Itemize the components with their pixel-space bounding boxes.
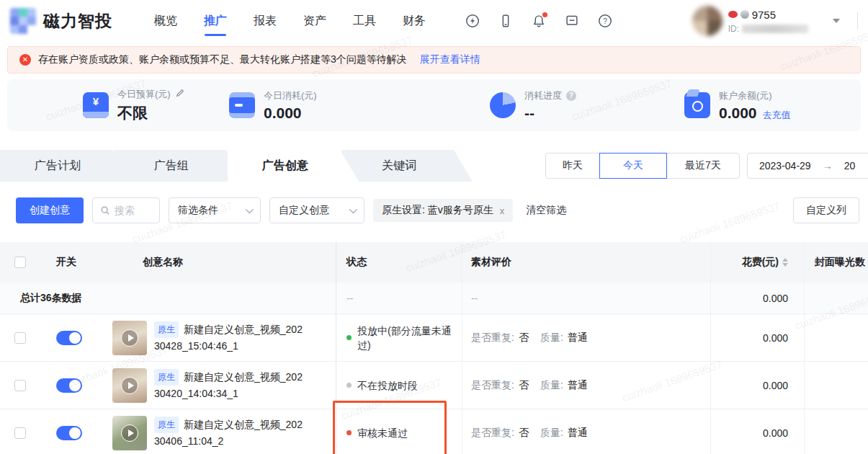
date-range-start: 2023-04-29	[759, 160, 811, 172]
progress-pie-icon	[490, 92, 516, 118]
help-icon[interactable]: ?	[597, 13, 613, 29]
row-switch-toggle[interactable]	[56, 331, 82, 345]
recharge-link[interactable]: 去充值	[763, 109, 791, 122]
stat-progress: 消耗进度 --	[490, 89, 684, 122]
stat-budget: 今日预算(元) 不限	[83, 88, 229, 123]
creative-thumbnail[interactable]	[112, 321, 147, 355]
quality-label: 质量:	[540, 379, 563, 392]
row-checkbox[interactable]	[14, 380, 26, 391]
nav-item-overview[interactable]: 概览	[154, 0, 177, 42]
row-checkbox[interactable]	[14, 427, 26, 439]
user-avatar[interactable]	[692, 6, 722, 36]
quality-value: 普通	[568, 379, 588, 392]
table-row: 原生新建自定义创意_视频_20230428_15:04:46_1 投放中(部分流…	[0, 314, 868, 362]
custom-creative-dropdown[interactable]: 自定义创意	[269, 197, 364, 223]
row-checkbox[interactable]	[14, 332, 26, 344]
user-meta[interactable]: 9755 ID:	[728, 9, 808, 34]
topnav-right: ? 9755 ID:	[447, 6, 858, 36]
header-creative-name: 创意名称	[143, 256, 183, 269]
search-icon	[100, 205, 110, 215]
filter-tag-close-icon[interactable]: x	[500, 205, 505, 216]
budget-value: 不限	[117, 103, 185, 123]
creative-name: 原生新建自定义创意_视频_20230428_15:04:46_1	[154, 322, 307, 354]
quality-value: 普通	[568, 331, 588, 344]
device-icon[interactable]	[498, 13, 514, 29]
nav-item-tools[interactable]: 工具	[353, 0, 376, 42]
summary-status: --	[336, 282, 462, 313]
brand-name: 磁力智投	[43, 10, 112, 32]
nav-item-assets[interactable]: 资产	[303, 0, 326, 42]
notification-dot	[542, 12, 547, 17]
cost-value: 0.000	[710, 314, 804, 361]
quality-label: 质量:	[540, 331, 563, 344]
tabs-row: 广告计划 广告组 广告创意 关键词 昨天 今天 最近7天 2023-04-29 …	[0, 150, 868, 182]
brand-logo-icon	[10, 8, 36, 34]
tab-ad-plan[interactable]: 广告计划	[0, 150, 131, 182]
feedback-icon[interactable]	[564, 13, 580, 29]
table-row: 原生新建自定义创意_视频_20230406_11:04_2 审核未通过 是否重复…	[0, 409, 868, 454]
nav-item-reports[interactable]: 报表	[254, 0, 277, 42]
cost-value: 0.000	[710, 409, 804, 454]
svg-text:?: ?	[603, 17, 607, 25]
alert-expand-link[interactable]: 展开查看详情	[420, 53, 480, 66]
cost-sort-icon[interactable]	[782, 258, 788, 267]
progress-help-icon[interactable]	[566, 91, 576, 101]
date-yesterday-button[interactable]: 昨天	[545, 153, 600, 179]
creative-thumbnail[interactable]	[112, 368, 147, 403]
creative-name: 原生新建自定义创意_视频_20230406_11:04_2	[154, 417, 307, 449]
status-text: 投放中(部分流量未通过)	[357, 324, 452, 352]
create-creative-button[interactable]: 创建创意	[16, 197, 84, 223]
spend-card-icon	[229, 92, 255, 118]
chevron-down-icon	[349, 205, 357, 213]
quality-value: 普通	[568, 427, 588, 440]
filter-conditions-dropdown[interactable]: 筛选条件	[169, 197, 261, 223]
user-id-label: ID:	[728, 24, 739, 34]
bell-icon[interactable]	[531, 13, 547, 29]
date-today-button[interactable]: 今天	[599, 153, 667, 179]
progress-value: --	[524, 104, 576, 122]
toolbar: 创建创意 筛选条件 自定义创意 原生设置: 蓝v服务号原生 x 清空筛选 自定义…	[0, 182, 868, 223]
date-last7-button[interactable]: 最近7天	[666, 153, 740, 179]
date-range-arrow-icon: →	[823, 160, 833, 172]
user-emoji-icon	[728, 11, 738, 18]
tab-keywords[interactable]: 关键词	[341, 150, 473, 182]
spend-value: 0.000	[264, 104, 317, 122]
header-cover-exposure: 封面曝光数	[815, 256, 865, 269]
top-navigation: 磁力智投 概览 推广 报表 资产 工具 财务 ?	[0, 0, 868, 42]
date-range-end: 20	[844, 160, 856, 172]
row-switch-toggle[interactable]	[56, 378, 82, 393]
alert-banner: 存在账户资质或政策、账户余额或预算不足、最大转化账户搭建等3个问题等待解决 展开…	[7, 46, 861, 74]
repeat-label: 是否重复:	[471, 379, 514, 392]
balance-wallet-icon	[684, 92, 710, 118]
clear-filters-link[interactable]: 清空筛选	[526, 204, 566, 217]
main-nav: 概览 推广 报表 资产 工具 财务	[154, 0, 426, 42]
tab-ad-group[interactable]: 广告组	[114, 150, 245, 182]
user-dropdown-caret-icon[interactable]	[833, 19, 840, 23]
date-range-picker[interactable]: 2023-04-29 → 20	[747, 153, 868, 179]
app-root: 磁力智投 概览 推广 报表 资产 工具 财务 ?	[0, 0, 868, 454]
repeat-value: 否	[519, 331, 529, 344]
repeat-value: 否	[519, 379, 529, 392]
nav-item-finance[interactable]: 财务	[403, 0, 426, 42]
topnav-divider	[857, 12, 858, 30]
repeat-label: 是否重复:	[471, 427, 514, 440]
header-cost: 花费(元)	[742, 256, 779, 269]
custom-creative-label: 自定义创意	[279, 204, 329, 217]
balance-value: 0.000	[719, 104, 757, 122]
creatives-table: 开关 创意名称 状态 素材评价 花费(元) 封面曝光数 总计36条数据 -- -…	[0, 242, 868, 454]
native-tag: 原生	[154, 369, 179, 386]
nav-item-promotion[interactable]: 推广	[204, 0, 227, 42]
search-box[interactable]	[92, 197, 160, 223]
entity-tabs: 广告计划 广告组 广告创意 关键词	[0, 150, 473, 182]
custom-columns-button[interactable]: 自定义列	[793, 197, 859, 223]
creative-thumbnail[interactable]	[112, 416, 147, 450]
edit-budget-icon[interactable]	[175, 88, 185, 100]
speed-icon[interactable]	[465, 13, 480, 29]
search-input[interactable]	[115, 205, 152, 216]
total-count: 总计36条数据	[0, 282, 336, 313]
filter-tag-chip: 原生设置: 蓝v服务号原生 x	[373, 199, 513, 222]
row-switch-toggle[interactable]	[56, 426, 82, 440]
native-tag: 原生	[154, 417, 179, 433]
select-all-checkbox[interactable]	[14, 257, 26, 268]
tab-ad-creative[interactable]: 广告创意	[228, 150, 359, 182]
